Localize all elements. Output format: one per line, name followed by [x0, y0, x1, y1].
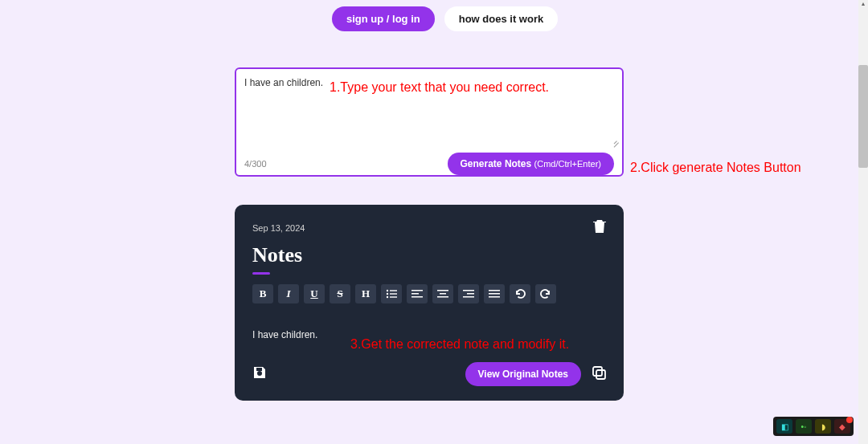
align-center-button[interactable] [432, 284, 453, 303]
generate-label: Generate Notes [461, 158, 532, 169]
svg-point-0 [387, 290, 388, 291]
strike-button[interactable]: S [330, 284, 350, 303]
svg-rect-15 [489, 290, 500, 291]
underline-button[interactable]: U [304, 284, 325, 303]
bottom-widget: ◧ •◦ ◗ ◆ [773, 417, 854, 436]
svg-point-2 [387, 293, 388, 295]
annotation-step1: 1.Type your text that you need correct. [330, 80, 549, 95]
redo-button[interactable] [535, 284, 556, 303]
note-header: Sep 13, 2024 [252, 219, 606, 237]
align-justify-button[interactable] [484, 284, 505, 303]
note-title: Notes [252, 243, 606, 267]
top-buttons: sign up / log in how does it work [332, 6, 558, 31]
widget-item-3[interactable]: ◗ [815, 419, 831, 434]
undo-button[interactable] [510, 284, 530, 303]
svg-rect-6 [411, 290, 423, 291]
how-it-works-button[interactable]: how does it work [444, 6, 558, 31]
widget-badge [846, 417, 853, 423]
svg-rect-8 [411, 296, 423, 298]
svg-point-4 [387, 296, 388, 298]
italic-button[interactable]: I [278, 284, 299, 303]
note-footer: View Original Notes [252, 362, 606, 386]
annotation-step3: 3.Get the corrected note and modify it. [350, 337, 569, 352]
svg-rect-16 [489, 293, 500, 295]
generate-shortcut: (Cmd/Ctrl+Enter) [534, 159, 601, 169]
svg-rect-12 [463, 290, 474, 291]
align-right-button[interactable] [458, 284, 479, 303]
save-icon[interactable] [252, 365, 267, 383]
bold-button[interactable]: B [252, 284, 273, 303]
svg-rect-1 [390, 290, 397, 291]
char-count: 4/300 [244, 159, 267, 169]
view-original-button[interactable]: View Original Notes [465, 362, 581, 386]
align-left-button[interactable] [407, 284, 428, 303]
annotation-step2: 2.Click generate Notes Button [630, 161, 801, 175]
svg-rect-9 [437, 290, 448, 291]
note-card: Sep 13, 2024 Notes B I U S H [235, 205, 624, 401]
svg-rect-19 [596, 370, 605, 379]
svg-rect-11 [437, 296, 448, 298]
widget-item-4[interactable]: ◆ [834, 419, 850, 434]
svg-rect-17 [489, 296, 500, 298]
title-underline [252, 272, 270, 275]
generate-notes-button[interactable]: Generate Notes (Cmd/Ctrl+Enter) [448, 153, 614, 175]
widget-item-1[interactable]: ◧ [776, 419, 792, 434]
input-footer: 4/300 Generate Notes (Cmd/Ctrl+Enter) [244, 153, 614, 175]
note-date: Sep 13, 2024 [252, 223, 305, 233]
trash-icon[interactable] [593, 219, 606, 237]
resize-handle-icon[interactable] [612, 136, 619, 143]
svg-rect-18 [593, 367, 602, 376]
svg-rect-13 [467, 293, 474, 295]
svg-rect-10 [440, 293, 446, 295]
list-button[interactable] [381, 284, 402, 303]
widget-item-2[interactable]: •◦ [796, 419, 812, 434]
svg-rect-3 [390, 293, 397, 294]
scrollbar-thumb[interactable] [858, 65, 868, 168]
svg-rect-7 [411, 293, 419, 295]
editor-toolbar: B I U S H [252, 284, 606, 303]
copy-icon[interactable] [592, 366, 606, 383]
svg-rect-5 [390, 296, 397, 297]
scrollbar-arrow-up[interactable]: ▴ [858, 0, 868, 10]
note-footer-right: View Original Notes [465, 362, 606, 386]
heading-button[interactable]: H [355, 284, 376, 303]
signup-button[interactable]: sign up / log in [332, 6, 435, 31]
svg-rect-14 [463, 296, 474, 298]
